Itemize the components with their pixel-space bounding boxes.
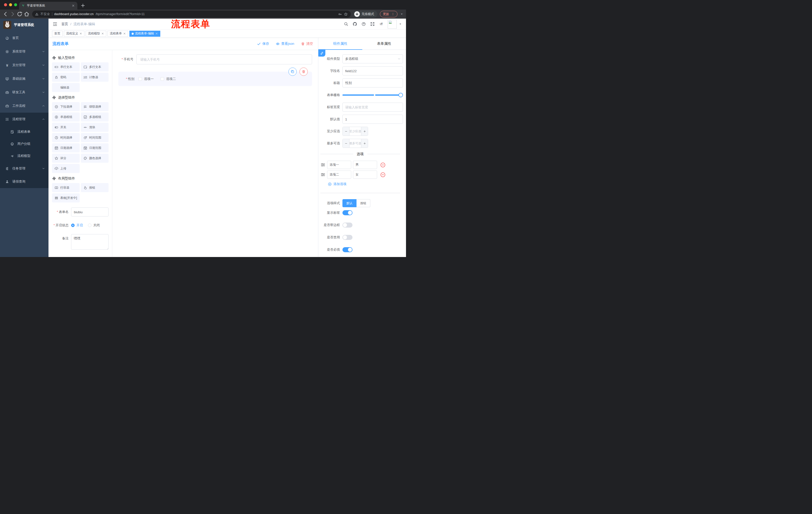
minimize-window-button[interactable] [9, 3, 12, 6]
tag-process-def[interactable]: 流程定义 [64, 31, 84, 37]
close-tag-icon[interactable] [101, 32, 104, 35]
tag-process-form-edit[interactable]: 流程表单-编辑 [129, 31, 160, 37]
back-button[interactable] [2, 11, 8, 17]
save-button[interactable]: 保存 [257, 42, 269, 46]
form-remark-textarea[interactable]: 嘿嘿 [71, 234, 109, 250]
palette-item-table[interactable]: 表格[开发中] [52, 193, 80, 202]
close-tab-icon[interactable] [71, 4, 75, 7]
phone-field-row[interactable]: 手机号 [118, 54, 312, 64]
help-button[interactable] [361, 21, 366, 27]
gender-checkbox-opt1[interactable]: 选项一 [139, 77, 154, 81]
home-button[interactable] [24, 11, 30, 17]
drag-handle-icon[interactable] [321, 172, 325, 177]
gender-widget-selected[interactable]: 性别 选项一选项二 [118, 72, 312, 86]
form-name-input[interactable] [71, 208, 109, 217]
search-button[interactable] [343, 21, 349, 27]
status-radio-off[interactable]: 关闭 [88, 223, 100, 227]
palette-item-cascader[interactable]: 级联选择 [81, 102, 109, 111]
palette-item-password[interactable]: 密码 [52, 73, 80, 82]
close-tag-icon[interactable] [155, 32, 158, 35]
close-tag-icon[interactable] [79, 32, 82, 35]
fullscreen-button[interactable] [370, 21, 375, 27]
palette-item-color-picker[interactable]: 颜色选择 [81, 154, 109, 163]
option-value-input[interactable] [353, 161, 377, 169]
avatar[interactable] [388, 20, 397, 29]
sidebar-item-system[interactable]: 系统管理 [0, 45, 49, 58]
field-name-input[interactable] [343, 66, 403, 76]
app-logo-row[interactable]: 芋道管理系统 [0, 19, 49, 31]
reload-button[interactable] [17, 11, 23, 17]
view-json-button[interactable]: 查看json [276, 42, 294, 46]
option-value-input[interactable] [353, 170, 377, 179]
palette-item-switch[interactable]: 开关 [52, 123, 80, 132]
address-bar[interactable]: 不安全 dashboard.yudao.iocoder.cn /bpm/mana… [32, 10, 351, 18]
palette-item-rate[interactable]: 评分 [52, 154, 80, 163]
gender-checkbox-opt2[interactable]: 选项二 [161, 77, 176, 81]
palette-item-upload[interactable]: 上传 [52, 164, 80, 173]
drag-handle-icon[interactable] [321, 162, 325, 167]
sidebar-item-process-model[interactable]: 流程模型 [0, 150, 49, 162]
tag-process-model[interactable]: 流程模型 [86, 31, 106, 37]
breadcrumb-home[interactable]: 首页 [61, 22, 68, 26]
sidebar-item-leave-query[interactable]: 请假查询 [0, 175, 49, 188]
min-select-placeholder[interactable]: 至少应选 [349, 127, 361, 136]
palette-item-editor[interactable]: 编辑器 [52, 83, 80, 92]
collapse-sidebar-icon[interactable] [53, 22, 58, 27]
bookmark-star-icon[interactable] [344, 12, 348, 16]
option-style-button-button[interactable]: 按钮 [356, 199, 370, 207]
component-type-select[interactable] [343, 54, 403, 63]
component-type-value[interactable] [343, 54, 403, 63]
browser-update-button[interactable]: 更新 [380, 11, 398, 17]
key-icon[interactable] [338, 12, 342, 16]
add-option-button[interactable]: 添加选项 [328, 182, 403, 186]
sidebar-item-infra[interactable]: 基础设施 [0, 72, 49, 85]
status-radio-on[interactable]: 开启 [71, 223, 83, 227]
toggle-show-label[interactable] [343, 210, 352, 215]
chevron-down-icon[interactable] [399, 22, 402, 26]
palette-item-checkbox-group[interactable]: 多选框组 [81, 112, 109, 121]
toggle-required[interactable] [343, 247, 352, 252]
stepper-decrease-button[interactable] [343, 127, 349, 136]
chevron-down-icon[interactable] [400, 12, 404, 16]
sidebar-item-process-form[interactable]: 流程表单 [0, 126, 49, 138]
form-canvas[interactable]: 手机号 性别 选项一选项二 [112, 50, 318, 257]
close-tag-icon[interactable] [123, 32, 126, 35]
slider-handle[interactable] [399, 93, 403, 97]
kebab-menu-icon[interactable] [392, 12, 395, 16]
default-value-input[interactable] [343, 115, 403, 124]
palette-item-time-range[interactable]: 时间范围 [81, 133, 109, 142]
toggle-with-border[interactable] [343, 222, 352, 227]
toggle-disabled[interactable] [343, 235, 352, 240]
stepper-increase-button[interactable] [361, 127, 368, 136]
tab-form-properties[interactable]: 表单属性 [362, 38, 406, 50]
zoom-window-button[interactable] [14, 3, 17, 6]
form-grid-slider[interactable] [343, 90, 403, 100]
option-style-default-button[interactable]: 默认 [343, 199, 356, 207]
remove-option-button[interactable] [380, 172, 386, 178]
tab-component-properties[interactable]: 组件属性 [318, 38, 362, 50]
copy-widget-button[interactable] [288, 67, 297, 76]
sidebar-item-devtools[interactable]: 研发工具 [0, 85, 49, 99]
palette-item-counter[interactable]: 123计数器 [81, 73, 109, 82]
link-tag-button[interactable] [318, 50, 325, 57]
tag-process-form[interactable]: 流程表单 [108, 31, 128, 37]
palette-item-slider[interactable]: 滑块 [81, 123, 109, 132]
not-secure-warning-icon[interactable] [35, 12, 38, 16]
clear-button[interactable]: 清空 [301, 42, 313, 46]
sidebar-item-task-mgmt[interactable]: 任务管理 [0, 162, 49, 175]
stepper-decrease-button[interactable] [343, 139, 349, 147]
phone-input[interactable] [137, 54, 312, 64]
palette-item-single-text[interactable]: 单行文本 [52, 62, 80, 72]
palette-item-row[interactable]: 行容器 [52, 183, 80, 192]
tag-home[interactable]: 首页 [52, 31, 63, 37]
label-width-input[interactable] [343, 103, 403, 112]
palette-item-time-picker[interactable]: 时间选择 [52, 133, 80, 142]
sidebar-item-workflow[interactable]: 工作流程 [0, 99, 49, 113]
sidebar-item-user-group[interactable]: 用户分组 [0, 138, 49, 150]
sidebar-item-process-mgmt[interactable]: 流程管理 [0, 113, 49, 126]
delete-widget-button[interactable] [299, 67, 308, 76]
palette-item-radio-group[interactable]: 单选框组 [52, 112, 80, 121]
new-tab-button[interactable] [80, 3, 85, 8]
forward-button[interactable] [9, 11, 16, 17]
option-label-input[interactable] [327, 170, 351, 179]
